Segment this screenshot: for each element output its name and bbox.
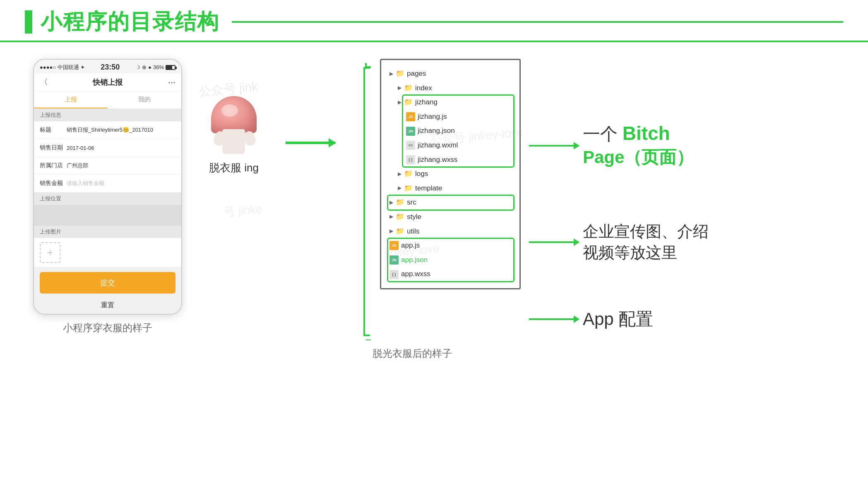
cap-highlight: [221, 104, 238, 117]
folder-template-icon: 📁: [404, 182, 413, 195]
upload-area: +: [34, 238, 181, 267]
location-map[interactable]: [34, 205, 181, 226]
wxss-icon: { }: [406, 155, 415, 164]
annotation-arrow-app: [529, 318, 579, 320]
tree-item-app-json: JN app.json: [390, 253, 511, 267]
expand-icon: ▶: [398, 98, 402, 107]
annotation-page: 一个 Bitch Page（页面）: [529, 122, 709, 169]
tree-item-app-js: JS app.js: [390, 238, 511, 253]
expand-icon: ▶: [398, 184, 402, 193]
tree-item-logs: ▶ 📁 logs: [390, 167, 511, 181]
tree-label-app-json: app.json: [401, 254, 428, 267]
character-label: 脱衣服 ing: [209, 161, 259, 175]
moon-icon: ☽: [135, 64, 140, 70]
arrow-right-icon: [286, 142, 335, 144]
form-row-date: 销售日期 2017-01-06: [34, 139, 181, 157]
annotation-text-app: App 配置: [583, 308, 653, 331]
tree-item-pages: ▶ 📁 pages: [390, 67, 511, 81]
nav-title: 快销上报: [93, 77, 123, 87]
src-group: ▶ 📁 src: [390, 195, 511, 210]
upload-add-button[interactable]: +: [40, 242, 60, 263]
tree-label-app-js: app.js: [401, 239, 420, 252]
location-section-header: 上报位置: [34, 193, 181, 205]
submit-button[interactable]: 提交: [40, 272, 176, 294]
jizhang-group: ▶ 📁 jizhang JS jizhang.js JN jizhang.jso…: [390, 95, 511, 167]
battery-icon: [166, 65, 176, 70]
field-label-store: 所属门店: [40, 162, 67, 169]
middle-arrow: [286, 59, 335, 144]
carrier-text: ●●●●○ 中国联通 ✦: [40, 64, 85, 71]
annotation-line1-app: App 配置: [583, 308, 653, 331]
annotation-arrow-src: [529, 241, 579, 243]
phone-tabs: 上报 我的: [34, 91, 181, 109]
character-section: 脱衣服 ing: [207, 59, 261, 175]
phone-form-body: 上报信息 标题 销售日报_Shirleytimer5😊_2017010 销售日期…: [34, 109, 181, 314]
tree-item-app-wxss: { } app.wxss: [390, 267, 511, 282]
wxml-icon: <>: [406, 141, 415, 150]
phone-section: ●●●●○ 中国联通 ✦ 23:50 ☽ ⊕ ● 36% 〈 快销上报 ··· …: [33, 59, 182, 335]
folder-logs-icon: 📁: [404, 168, 413, 181]
arrowhead-app: [574, 315, 579, 323]
tree-item-jizhang-wxss: { } jizhang.wxss: [390, 153, 511, 167]
upload-section-header: 上传图片: [34, 226, 181, 238]
field-value-title: 销售日报_Shirleytimer5😊_2017010: [67, 126, 176, 134]
tab-mine[interactable]: 我的: [108, 91, 181, 108]
signal-icon: ⊕: [142, 64, 147, 70]
app-group: JS app.js JN app.json { } app.wxss: [390, 238, 511, 282]
tree-label-app-wxss: app.wxss: [401, 268, 430, 281]
expand-icon: ▶: [398, 84, 402, 93]
folder-style-icon: 📁: [396, 211, 404, 224]
field-placeholder-amount[interactable]: 请输入销售金额: [67, 180, 104, 187]
tree-label-template: template: [415, 182, 442, 195]
tab-upload[interactable]: 上报: [34, 91, 108, 108]
tree-label-index: index: [415, 82, 432, 95]
header-accent: [25, 10, 32, 34]
menu-button[interactable]: ···: [168, 77, 176, 88]
arrowhead-src: [574, 238, 579, 246]
annotation-text-page: 一个 Bitch Page（页面）: [583, 122, 694, 169]
tree-item-index: ▶ 📁 index: [390, 81, 511, 96]
tree-item-jizhang-json: JN jizhang.json: [390, 124, 511, 138]
folder-src-icon: 📁: [396, 196, 404, 209]
annotation-line2-src: 视频等放这里: [583, 242, 709, 263]
mushroom-cap: [211, 96, 257, 133]
form-row-store: 所属门店 广州总部: [34, 157, 181, 175]
annotation-line1-src: 企业宣传图、介绍: [583, 221, 709, 242]
reset-button[interactable]: 重置: [34, 297, 181, 314]
tree-label-jizhang-wxml: jizhang.wxml: [418, 139, 458, 152]
annotation-app: App 配置: [529, 308, 709, 331]
json-icon: JN: [390, 255, 399, 265]
tree-item-utils: ▶ 📁 utils: [390, 224, 511, 239]
expand-icon: ▶: [390, 198, 393, 207]
tree-label-jizhang: jizhang: [415, 96, 438, 109]
filetree-caption: 脱光衣服后的样子: [373, 347, 452, 360]
expand-icon: ▶: [390, 227, 393, 236]
filetree-section: ▶ 📁 pages ▶ 📁 index ▶ 📁: [360, 59, 709, 360]
bluetooth-icon: ●: [148, 64, 151, 70]
character-image: [207, 92, 261, 154]
expand-icon: ▶: [390, 70, 393, 79]
annotation-line1-page: 一个 Bitch: [583, 122, 694, 146]
battery-text: 36%: [153, 64, 164, 70]
annotation-text-src: 企业宣传图、介绍 视频等放这里: [583, 221, 709, 263]
js-icon: JS: [390, 241, 399, 250]
field-value-store: 广州总部: [67, 162, 176, 169]
main-content: ●●●●○ 中国联通 ✦ 23:50 ☽ ⊕ ● 36% 〈 快销上报 ··· …: [0, 42, 868, 491]
form-section-header: 上报信息: [34, 109, 181, 121]
tree-item-template: ▶ 📁 template: [390, 181, 511, 196]
wxss-icon: { }: [390, 270, 399, 279]
header-line: [232, 21, 843, 23]
folder-pages-icon: 📁: [396, 67, 404, 80]
tree-label-jizhang-wxss: jizhang.wxss: [418, 154, 457, 166]
tree-item-style: ▶ 📁 style: [390, 210, 511, 224]
phone-mockup: ●●●●○ 中国联通 ✦ 23:50 ☽ ⊕ ● 36% 〈 快销上报 ··· …: [33, 59, 182, 315]
folder-utils-icon: 📁: [396, 225, 404, 238]
mushroom-stem: [222, 129, 245, 154]
back-button[interactable]: 〈: [40, 77, 48, 88]
tree-label-jizhang-json: jizhang.json: [418, 125, 455, 137]
annotations-column: 一个 Bitch Page（页面） 企业宣传图、介绍 视频等放这里: [529, 59, 709, 340]
form-row-amount: 销售金额 请输入销售金额: [34, 175, 181, 193]
tree-label-utils: utils: [407, 225, 419, 238]
tree-item-src: ▶ 📁 src: [390, 195, 511, 210]
field-value-date: 2017-01-06: [67, 145, 176, 151]
